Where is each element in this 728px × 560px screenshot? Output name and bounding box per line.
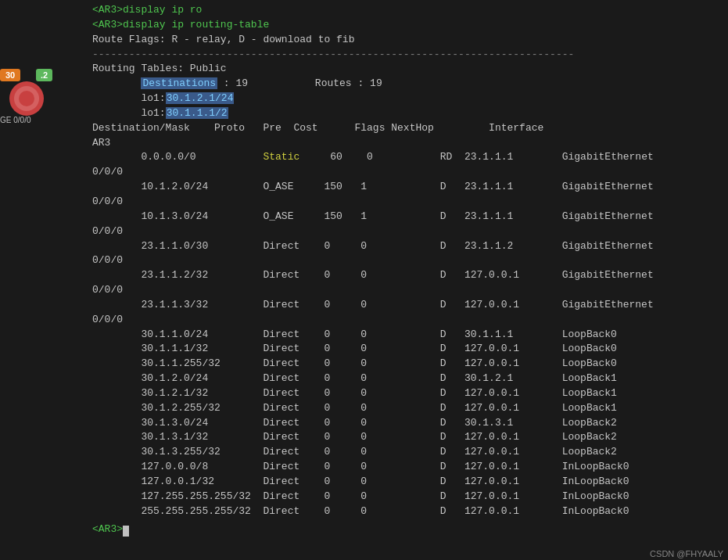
separator-line: ----------------------------------------… <box>92 48 722 63</box>
route-row-6: 30.1.1.0/24 Direct 0 0 D 30.1.1.1 LoopBa… <box>92 328 722 343</box>
column-headers: Destination/Mask Proto Pre Cost Flags Ne… <box>92 121 722 136</box>
terminal-window: <AR3>display ip ro <AR3>display ip routi… <box>86 0 728 560</box>
route-row-11: 30.1.2.255/32 Direct 0 0 D 127.0.0.1 Loo… <box>92 401 722 416</box>
route-row-3: 23.1.1.0/30 Direct 0 0 D 23.1.1.2 Gigabi… <box>92 239 722 254</box>
lo1-line1: lo1:30.1.2.1/24 <box>92 92 722 106</box>
route-row-14: 30.1.3.255/32 Direct 0 0 D 127.0.0.1 Loo… <box>92 445 722 460</box>
route-row-15: 127.0.0.0/8 Direct 0 0 D 127.0.0.1 InLoo… <box>92 460 722 475</box>
route-row-2: 10.1.3.0/24 O_ASE 150 1 D 23.1.1.1 Gigab… <box>92 210 722 224</box>
route-row-5: 23.1.1.3/32 Direct 0 0 D 127.0.0.1 Gigab… <box>92 298 722 313</box>
route-row-4: 23.1.1.2/32 Direct 0 0 D 127.0.0.1 Gigab… <box>92 268 722 283</box>
router-label: AR3 <box>92 136 722 151</box>
route-row-17: 127.255.255.255/32 Direct 0 0 D 127.0.0.… <box>92 490 722 504</box>
route-row-1: 10.1.2.0/24 O_ASE 150 1 D 23.1.1.1 Gigab… <box>92 180 722 195</box>
ge-label: GE 0/0/0 <box>0 116 30 124</box>
destinations-box: Destinations <box>141 77 217 89</box>
node-30-badge: 30 <box>0 69 20 81</box>
route-row-18: 255.255.255.255/32 Direct 0 0 D 127.0.0.… <box>92 504 722 519</box>
route-row-12: 30.1.3.0/24 Direct 0 0 D 30.1.3.1 LoopBa… <box>92 416 722 431</box>
network-topology: 30 .2 GE 0/0/0 <box>0 69 86 124</box>
route-row-0b: 0/0/0 <box>92 165 722 180</box>
routing-tables-header: Routing Tables: Public <box>92 62 722 77</box>
bottom-bar: CSDN @FHYAALY <box>645 547 728 560</box>
route-row-2b: 0/0/0 <box>92 224 722 239</box>
route-row-1b: 0/0/0 <box>92 195 722 210</box>
route-row-8: 30.1.1.255/32 Direct 0 0 D 127.0.0.1 Loo… <box>92 357 722 372</box>
route-row-3b: 0/0/0 <box>92 253 722 268</box>
route-row-7: 30.1.1.1/32 Direct 0 0 D 127.0.0.1 LoopB… <box>92 342 722 357</box>
route-flags-line: Route Flags: R - relay, D - download to … <box>92 33 722 48</box>
cmd-line-1: <AR3>display ip ro <box>92 3 722 18</box>
lo1-line2: lo1:30.1.1.1/2 <box>92 106 722 121</box>
router-icon <box>9 81 44 116</box>
cursor-blink <box>123 526 129 537</box>
prompt-end: <AR3> <box>92 522 722 537</box>
route-row-5b: 0/0/0 <box>92 313 722 328</box>
route-row-16: 127.0.0.1/32 Direct 0 0 D 127.0.0.1 InLo… <box>92 475 722 490</box>
cmd-line-2: <AR3>display ip routing-table <box>92 18 722 33</box>
route-row-0: 0.0.0.0/0 Static 60 0 RD 23.1.1.1 Gigabi… <box>92 150 722 165</box>
route-row-9: 30.1.2.0/24 Direct 0 0 D 30.1.2.1 LoopBa… <box>92 372 722 386</box>
route-row-4b: 0/0/0 <box>92 283 722 298</box>
route-row-13: 30.1.3.1/32 Direct 0 0 D 127.0.0.1 LoopB… <box>92 430 722 445</box>
route-row-10: 30.1.2.1/32 Direct 0 0 D 127.0.0.1 LoopB… <box>92 386 722 401</box>
node-dot2-badge: .2 <box>36 69 52 81</box>
dest-routes-line: Destinations : 19 Routes : 19 <box>92 77 722 92</box>
